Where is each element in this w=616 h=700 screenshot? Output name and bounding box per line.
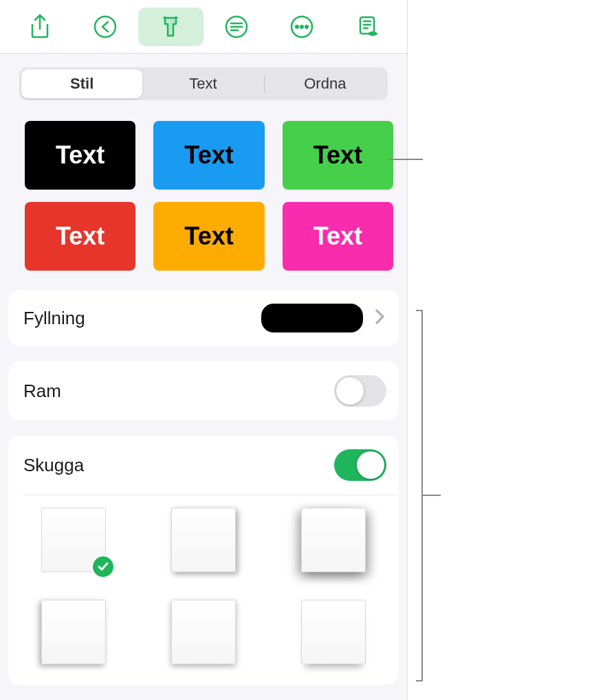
svg-point-4 (300, 25, 303, 28)
text-options-button[interactable] (204, 8, 269, 46)
tab-text[interactable]: Text (142, 69, 263, 98)
format-tabs: Stil Text Ordna (19, 67, 388, 100)
preset-label: Text (184, 141, 233, 170)
shadow-option-6[interactable] (301, 600, 366, 664)
tab-arrange[interactable]: Ordna (265, 69, 386, 98)
shadow-option-4[interactable] (41, 600, 106, 664)
svg-point-7 (371, 32, 374, 35)
svg-point-3 (296, 25, 298, 28)
preset-label: Text (56, 222, 104, 251)
undo-button[interactable] (72, 8, 138, 46)
check-icon (91, 554, 116, 579)
callout-bracket-bottom (416, 680, 423, 681)
shadow-label: Skugga (23, 455, 334, 476)
format-panel: Stil Text Ordna Text Text Text Text (0, 0, 408, 700)
shadow-option-2[interactable] (171, 508, 236, 572)
reading-view-button[interactable] (335, 8, 400, 46)
preset-label: Text (184, 222, 233, 251)
fill-row[interactable]: Fyllning (8, 290, 399, 346)
svg-point-5 (305, 25, 308, 28)
style-presets: Text Text Text Text Text Text (25, 121, 393, 271)
preset-black[interactable]: Text (25, 121, 135, 190)
format-button[interactable] (138, 8, 204, 46)
tab-label: Stil (70, 75, 94, 93)
shadow-option-3[interactable] (301, 508, 366, 572)
preset-orange[interactable]: Text (153, 202, 264, 271)
shadow-option-1[interactable] (41, 508, 106, 572)
callout-area (408, 0, 616, 700)
preset-blue[interactable]: Text (153, 121, 264, 190)
callout-bracket-top (416, 310, 423, 311)
style-rows: Fyllning Ram (8, 290, 399, 700)
chevron-right-icon (374, 308, 386, 328)
frame-toggle[interactable] (334, 375, 386, 407)
fill-label: Fyllning (23, 308, 261, 329)
frame-row: Ram (8, 361, 399, 420)
frame-row-group: Ram (8, 361, 399, 420)
top-toolbar (0, 0, 407, 54)
preset-label: Text (56, 141, 104, 170)
callout-line-presets (387, 159, 423, 160)
shadow-row: Skugga (8, 436, 399, 495)
share-button[interactable] (7, 8, 72, 46)
fill-color-swatch (261, 304, 363, 332)
tab-style[interactable]: Stil (21, 69, 142, 98)
shadow-options (8, 495, 399, 685)
tab-label: Text (189, 75, 217, 93)
preset-label: Text (314, 141, 362, 170)
frame-label: Ram (23, 381, 334, 402)
shadow-option-5[interactable] (171, 600, 236, 664)
preset-red[interactable]: Text (25, 202, 135, 271)
preset-green[interactable]: Text (283, 121, 393, 190)
tab-label: Ordna (304, 75, 346, 93)
preset-pink[interactable]: Text (283, 202, 393, 271)
preset-label: Text (314, 222, 362, 251)
fill-row-group: Fyllning (8, 290, 399, 346)
more-button[interactable] (269, 8, 334, 46)
shadow-row-group: Skugga (8, 436, 399, 685)
callout-line-options (421, 495, 441, 496)
shadow-toggle[interactable] (334, 449, 386, 481)
svg-point-0 (95, 16, 116, 37)
